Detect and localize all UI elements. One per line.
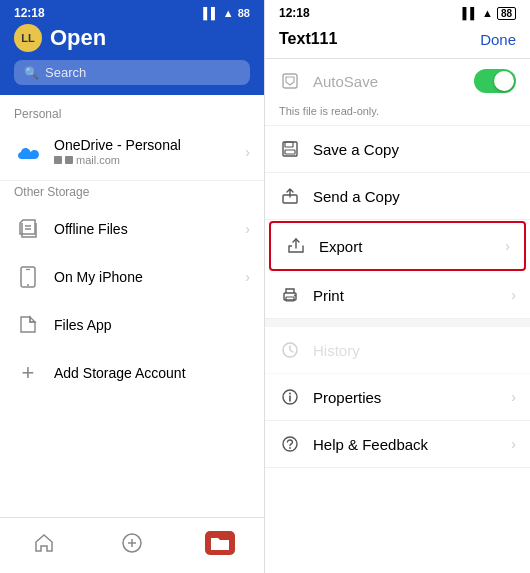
properties-chevron: ›	[511, 389, 516, 405]
onedrive-icon	[14, 138, 42, 166]
right-status-icons: ▌▌ ▲ 88	[462, 7, 516, 20]
properties-icon	[279, 386, 301, 408]
search-icon: 🔍	[24, 66, 39, 80]
autosave-toggle[interactable]	[474, 69, 516, 93]
export-chevron: ›	[505, 238, 510, 254]
tab-files-active[interactable]	[176, 531, 264, 555]
readonly-note: This file is read-only.	[265, 103, 530, 126]
right-signal-icon: ▌▌	[462, 7, 478, 19]
files-name: Files App	[54, 317, 250, 333]
autosave-icon	[279, 70, 301, 92]
svg-point-21	[289, 393, 291, 395]
autosave-label: AutoSave	[313, 73, 462, 90]
left-header: 12:18 ▌▌ ▲ 88 LL Open 🔍 Search	[0, 0, 264, 95]
send-copy-item[interactable]: Send a Copy	[265, 173, 530, 220]
open-title: Open	[50, 25, 106, 51]
tab-home[interactable]	[0, 532, 88, 554]
add-storage-item[interactable]: + Add Storage Account	[0, 349, 264, 397]
iphone-name: On My iPhone	[54, 269, 233, 285]
svg-point-23	[289, 447, 291, 449]
dot2	[65, 156, 73, 164]
print-label: Print	[313, 287, 499, 304]
offline-name: Offline Files	[54, 221, 233, 237]
done-button[interactable]: Done	[480, 31, 516, 48]
tab-add[interactable]	[88, 532, 176, 554]
right-battery-icon: 88	[497, 7, 516, 20]
add-storage-info: Add Storage Account	[54, 365, 250, 381]
print-icon	[279, 284, 301, 306]
files-app-item[interactable]: Files App	[0, 301, 264, 349]
on-my-iphone-item[interactable]: On My iPhone ›	[0, 253, 264, 301]
properties-label: Properties	[313, 389, 499, 406]
right-panel: 12:18 ▌▌ ▲ 88 Text111 Done AutoSave This…	[265, 0, 530, 573]
history-item: History	[265, 327, 530, 374]
svg-rect-10	[285, 142, 293, 147]
right-title: Text111	[279, 30, 337, 48]
offline-chevron: ›	[245, 221, 250, 237]
save-copy-item[interactable]: Save a Copy	[265, 126, 530, 173]
history-label: History	[313, 342, 516, 359]
time-left: 12:18	[14, 6, 45, 20]
properties-item[interactable]: Properties ›	[265, 374, 530, 421]
history-icon	[279, 339, 301, 361]
right-status-bar: 12:18 ▌▌ ▲ 88	[265, 0, 530, 24]
status-bar-left: 12:18 ▌▌ ▲ 88	[14, 0, 250, 24]
offline-info: Offline Files	[54, 221, 233, 237]
offline-files-item[interactable]: Offline Files ›	[0, 205, 264, 253]
onedrive-chevron: ›	[245, 144, 250, 160]
open-row: LL Open	[14, 24, 250, 52]
export-icon	[285, 235, 307, 257]
add-storage-name: Add Storage Account	[54, 365, 250, 381]
help-chevron: ›	[511, 436, 516, 452]
autosave-row: AutoSave	[265, 59, 530, 103]
help-item[interactable]: Help & Feedback ›	[265, 421, 530, 468]
time-right: 12:18	[279, 6, 310, 20]
svg-point-4	[27, 284, 29, 286]
svg-point-17	[294, 295, 296, 297]
left-tab-bar	[0, 517, 264, 573]
section-divider	[265, 319, 530, 327]
search-bar[interactable]: 🔍 Search	[14, 60, 250, 85]
left-content: Personal OneDrive - Personal mail.com › …	[0, 95, 264, 517]
search-placeholder: Search	[45, 65, 86, 80]
send-copy-icon	[279, 185, 301, 207]
battery-icon: 88	[238, 7, 250, 19]
offline-icon	[14, 215, 42, 243]
files-icon	[14, 311, 42, 339]
export-label: Export	[319, 238, 493, 255]
signal-icon: ▌▌	[203, 7, 219, 19]
help-icon	[279, 433, 301, 455]
onedrive-sub: mail.com	[54, 154, 233, 166]
status-icons-left: ▌▌ ▲ 88	[203, 7, 250, 19]
send-copy-label: Send a Copy	[313, 188, 516, 205]
personal-label: Personal	[0, 107, 264, 127]
files-info: Files App	[54, 317, 250, 333]
avatar: LL	[14, 24, 42, 52]
save-copy-label: Save a Copy	[313, 141, 516, 158]
dot1	[54, 156, 62, 164]
onedrive-item[interactable]: OneDrive - Personal mail.com ›	[0, 127, 264, 176]
toggle-knob	[494, 71, 514, 91]
help-label: Help & Feedback	[313, 436, 499, 453]
print-item[interactable]: Print ›	[265, 272, 530, 319]
storage-email: mail.com	[76, 154, 120, 166]
iphone-chevron: ›	[245, 269, 250, 285]
left-panel: 12:18 ▌▌ ▲ 88 LL Open 🔍 Search Personal	[0, 0, 265, 573]
iphone-info: On My iPhone	[54, 269, 233, 285]
right-header: Text111 Done	[265, 24, 530, 59]
save-copy-icon	[279, 138, 301, 160]
print-chevron: ›	[511, 287, 516, 303]
export-item[interactable]: Export ›	[269, 221, 526, 271]
add-icon: +	[14, 359, 42, 387]
divider1	[0, 180, 264, 181]
menu-list: AutoSave This file is read-only. Save a …	[265, 59, 530, 573]
svg-rect-11	[285, 150, 295, 154]
other-label: Other Storage	[0, 185, 264, 205]
right-wifi-icon: ▲	[482, 7, 493, 19]
phone-icon	[14, 263, 42, 291]
wifi-icon: ▲	[223, 7, 234, 19]
svg-rect-8	[283, 74, 297, 88]
onedrive-info: OneDrive - Personal mail.com	[54, 137, 233, 166]
onedrive-name: OneDrive - Personal	[54, 137, 233, 153]
